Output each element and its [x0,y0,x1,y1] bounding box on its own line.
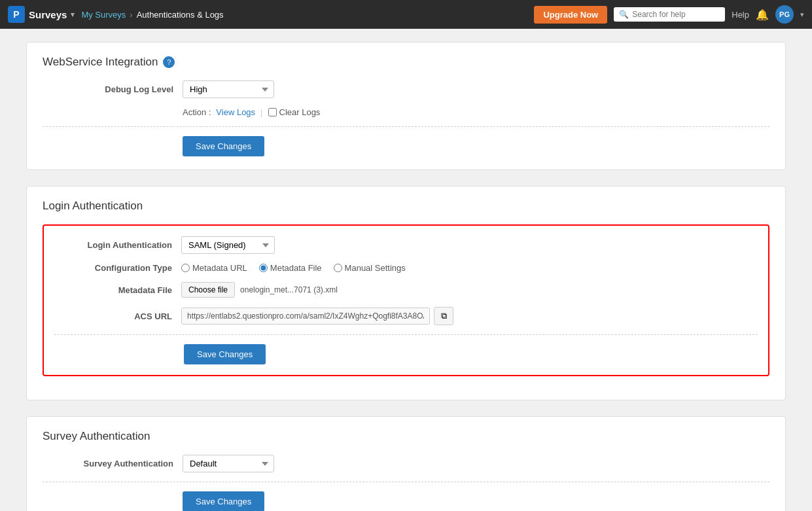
webservice-title: WebService Integration ? [43,56,769,69]
survey-auth-label: Survey Authentication [43,459,173,468]
survey-auth-section: Survey Authentication Survey Authenticat… [26,416,786,511]
login-auth-highlight-box: Login Authentication SAML (Signed) SAML … [43,224,769,376]
debug-log-select[interactable]: High Medium Low Off [183,80,274,98]
bell-icon[interactable]: 🔔 [756,9,769,21]
login-auth-divider [54,334,758,335]
config-type-control: Metadata URL Metadata File Manual Settin… [181,263,406,273]
survey-auth-select[interactable]: Default Password IP Based Panel Based [183,455,274,472]
survey-auth-row: Survey Authentication Default Password I… [43,455,769,472]
upgrade-button[interactable]: Upgrade Now [534,6,607,24]
view-logs-link[interactable]: View Logs [216,107,255,117]
login-auth-control: SAML (Signed) SAML (Unsigned) OAuth2 Non… [181,236,275,254]
radio-metadata-file-label: Metadata File [270,263,322,273]
help-link[interactable]: Help [732,10,749,20]
brand-icon: P [8,6,25,23]
login-auth-section: Login Authentication Login Authenticatio… [26,186,786,400]
navbar: P Surveys ▾ My Surveys › Authentications… [0,0,812,29]
survey-auth-save-button[interactable]: Save Changes [183,491,264,511]
breadcrumb-current: Authentications & Logs [137,10,224,20]
login-auth-row: Login Authentication SAML (Signed) SAML … [54,236,758,254]
metadata-file-control: Choose file onelogin_met...7071 (3).xml [181,282,338,298]
clear-logs-checkbox[interactable] [268,108,277,116]
breadcrumb-separator: › [130,10,132,20]
radio-manual-settings-label: Manual Settings [345,263,406,273]
acs-url-row: ACS URL ⧉ [54,307,758,325]
brand-name: Surveys [29,9,67,20]
user-avatar[interactable]: PG [775,5,794,24]
config-type-label: Configuration Type [54,263,172,273]
debug-log-label: Debug Log Level [43,84,173,94]
webservice-save-button[interactable]: Save Changes [183,136,264,156]
navbar-right: Upgrade Now 🔍 Help 🔔 PG ▾ [534,5,804,24]
search-input[interactable] [632,10,717,19]
radio-manual-settings[interactable]: Manual Settings [334,263,406,273]
debug-log-row: Debug Log Level High Medium Low Off [43,80,769,98]
action-divider: | [260,107,262,117]
debug-log-control: High Medium Low Off [183,80,274,98]
search-icon: 🔍 [619,10,629,19]
acs-url-input[interactable] [181,308,430,325]
survey-auth-control: Default Password IP Based Panel Based [183,455,274,472]
copy-icon: ⧉ [441,311,447,321]
survey-auth-title: Survey Authentication [43,430,769,443]
login-auth-select[interactable]: SAML (Signed) SAML (Unsigned) OAuth2 Non… [181,236,275,254]
survey-auth-divider [43,482,769,482]
file-name-display: onelogin_met...7071 (3).xml [240,285,338,294]
user-caret-icon: ▾ [800,10,804,19]
clear-logs-label: Clear Logs [279,107,321,117]
brand[interactable]: P Surveys ▾ [8,6,75,23]
radio-metadata-file[interactable]: Metadata File [259,263,322,273]
radio-metadata-url-input[interactable] [181,264,190,272]
radio-metadata-url-label: Metadata URL [192,263,247,273]
radio-manual-settings-input[interactable] [334,264,342,272]
choose-file-button[interactable]: Choose file [181,282,235,298]
breadcrumb-link[interactable]: My Surveys [81,10,126,20]
action-row: Action : View Logs | Clear Logs [43,107,769,117]
webservice-section: WebService Integration ? Debug Log Level… [26,42,786,170]
search-box[interactable]: 🔍 [614,7,725,22]
webservice-divider [43,126,769,127]
metadata-file-row: Metadata File Choose file onelogin_met..… [54,282,758,298]
radio-metadata-url[interactable]: Metadata URL [181,263,247,273]
action-label: Action : [183,107,211,117]
main-content: WebService Integration ? Debug Log Level… [0,29,812,511]
acs-url-label: ACS URL [54,311,172,321]
login-auth-save-button[interactable]: Save Changes [184,344,266,364]
radio-metadata-file-input[interactable] [259,264,268,272]
clear-logs-check: Clear Logs [268,107,321,117]
login-auth-label: Login Authentication [54,240,172,250]
acs-url-control: ⧉ [181,307,453,325]
config-type-row: Configuration Type Metadata URL Metadata… [54,263,758,273]
webservice-help-icon[interactable]: ? [163,56,175,68]
login-auth-title: Login Authentication [43,200,769,213]
breadcrumb: My Surveys › Authentications & Logs [81,10,223,20]
brand-caret-icon: ▾ [71,10,75,19]
copy-url-button[interactable]: ⧉ [434,307,453,325]
metadata-file-label: Metadata File [54,285,172,295]
